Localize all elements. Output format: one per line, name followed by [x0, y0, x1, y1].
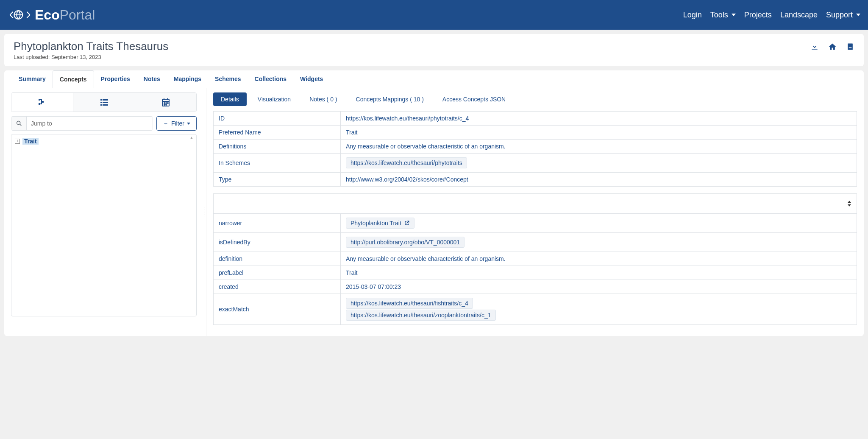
- property-key: exactMatch: [214, 294, 341, 325]
- main-panel: SummaryConceptsPropertiesNotesMappingsSc…: [4, 70, 864, 336]
- nav-link-login[interactable]: Login: [683, 11, 702, 20]
- property-value: Trait: [341, 126, 857, 140]
- property-value: http://www.w3.org/2004/02/skos/core#Conc…: [341, 173, 857, 187]
- value-chip[interactable]: https://kos.lifewatch.eu/thesauri/phytot…: [346, 157, 467, 168]
- tab-properties[interactable]: Properties: [94, 70, 137, 88]
- property-value: Trait: [341, 266, 857, 280]
- search-group: [11, 116, 153, 131]
- property-key: Type: [214, 173, 341, 187]
- svg-point-16: [164, 104, 165, 105]
- svg-rect-2: [849, 48, 852, 48]
- right-pane: DetailsVisualizationNotes ( 0 )Concepts …: [206, 88, 864, 336]
- doc-icon[interactable]: [846, 42, 854, 51]
- nav-link-tools[interactable]: Tools: [710, 11, 736, 20]
- table-row: isDefinedByhttp://purl.obolibrary.org/ob…: [214, 233, 857, 252]
- tab-mappings[interactable]: Mappings: [167, 70, 208, 88]
- table-row: narrowerPhytoplankton Trait: [214, 214, 857, 233]
- tab-concepts[interactable]: Concepts: [53, 70, 94, 88]
- main-tabs: SummaryConceptsPropertiesNotesMappingsSc…: [4, 70, 864, 88]
- nav-link-projects[interactable]: Projects: [744, 11, 772, 20]
- sub-tab-notes-0-[interactable]: Notes ( 0 ): [302, 92, 345, 106]
- left-pane: Filter ▲ + Trait: [4, 88, 203, 336]
- sort-icon[interactable]: [847, 201, 851, 207]
- table-row: Preferred NameTrait: [214, 126, 857, 140]
- detail-sub-tabs: DetailsVisualizationNotes ( 0 )Concepts …: [213, 92, 857, 106]
- svg-rect-10: [103, 102, 108, 103]
- property-key: isDefinedBy: [214, 233, 341, 252]
- search-icon[interactable]: [11, 117, 27, 130]
- svg-rect-7: [100, 102, 102, 103]
- concept-tree: ▲ + Trait: [11, 134, 197, 316]
- svg-rect-8: [100, 104, 102, 106]
- svg-point-15: [167, 103, 168, 103]
- value-chip[interactable]: https://kos.lifewatch.eu/thesauri/fishtr…: [346, 298, 473, 309]
- date-view-tab[interactable]: [135, 93, 196, 112]
- tab-summary[interactable]: Summary: [12, 70, 53, 88]
- tab-collections[interactable]: Collections: [248, 70, 293, 88]
- filter-button[interactable]: Filter: [156, 116, 197, 131]
- page-subtitle: Last uploaded: September 13, 2023: [14, 54, 168, 60]
- value-chip[interactable]: https://kos.lifewatch.eu/thesauri/zoopla…: [346, 310, 496, 321]
- table-row: prefLabelTrait: [214, 266, 857, 280]
- chevron-down-icon: [856, 14, 860, 16]
- table-row: In Schemeshttps://kos.lifewatch.eu/thesa…: [214, 154, 857, 173]
- sub-tab-access-concepts-json[interactable]: Access Concepts JSON: [435, 92, 513, 106]
- value-chip-external[interactable]: Phytoplankton Trait: [346, 218, 415, 229]
- property-key: ID: [214, 112, 341, 126]
- page-header: Phytoplankton Traits Thesaurus Last uplo…: [4, 34, 864, 66]
- property-key: Definitions: [214, 140, 341, 154]
- property-key: created: [214, 280, 341, 294]
- value-text: Trait: [346, 269, 357, 276]
- sub-tab-concepts-mappings-10-[interactable]: Concepts Mappings ( 10 ): [348, 92, 431, 106]
- value-text: Any measurable or observable characteris…: [346, 255, 506, 262]
- svg-rect-5: [42, 101, 44, 103]
- tree-expand-icon[interactable]: +: [15, 139, 20, 144]
- property-key: definition: [214, 252, 341, 266]
- table-row: Typehttp://www.w3.org/2004/02/skos/core#…: [214, 173, 857, 187]
- chevron-down-icon: [732, 14, 736, 16]
- tree-root-label[interactable]: Trait: [22, 138, 39, 145]
- property-value: https://kos.lifewatch.eu/thesauri/phytot…: [341, 112, 857, 126]
- core-properties-table: IDhttps://kos.lifewatch.eu/thesauri/phyt…: [213, 111, 857, 187]
- download-icon[interactable]: [810, 42, 819, 51]
- tree-view-tab[interactable]: [11, 93, 73, 112]
- view-mode-tabs: [11, 92, 197, 112]
- sub-tab-visualization[interactable]: Visualization: [250, 92, 298, 106]
- value-link[interactable]: https://kos.lifewatch.eu/thesauri/phytot…: [346, 115, 469, 122]
- nav-link-support[interactable]: Support: [826, 11, 860, 20]
- tab-widgets[interactable]: Widgets: [293, 70, 330, 88]
- extended-properties-table: narrowerPhytoplankton Trait isDefinedByh…: [213, 193, 857, 325]
- chevron-down-icon: [187, 123, 190, 125]
- property-value: Any measurable or observable characteris…: [341, 140, 857, 154]
- table-row: exactMatchhttps://kos.lifewatch.eu/thesa…: [214, 294, 857, 325]
- svg-rect-3: [39, 99, 40, 101]
- table-row: created2015-03-07 07:00:23: [214, 280, 857, 294]
- jump-to-input[interactable]: [27, 117, 153, 130]
- property-value: https://kos.lifewatch.eu/thesauri/fishtr…: [341, 294, 857, 325]
- page-title: Phytoplankton Traits Thesaurus: [14, 40, 168, 53]
- brand-logo[interactable]: EcoPortal: [8, 7, 95, 23]
- tab-schemes[interactable]: Schemes: [208, 70, 248, 88]
- value-chip[interactable]: http://purl.obolibrary.org/obo/VT_000000…: [346, 237, 465, 248]
- external-link-icon: [404, 220, 410, 226]
- property-value: 2015-03-07 07:00:23: [341, 280, 857, 294]
- globe-icon: [8, 8, 32, 22]
- property-value: https://kos.lifewatch.eu/thesauri/phytot…: [341, 154, 857, 173]
- nav-link-landscape[interactable]: Landscape: [780, 11, 818, 20]
- tab-notes[interactable]: Notes: [137, 70, 167, 88]
- property-value: Phytoplankton Trait: [341, 214, 857, 233]
- list-view-tab[interactable]: [73, 93, 135, 112]
- property-key: prefLabel: [214, 266, 341, 280]
- table-row: IDhttps://kos.lifewatch.eu/thesauri/phyt…: [214, 112, 857, 126]
- scroll-up-icon[interactable]: ▲: [189, 135, 194, 140]
- sub-tab-details[interactable]: Details: [213, 92, 247, 106]
- svg-point-14: [166, 103, 167, 103]
- nav-links: LoginToolsProjectsLandscapeSupport: [683, 11, 860, 20]
- home-icon[interactable]: [828, 42, 837, 51]
- property-value: Any measurable or observable characteris…: [341, 252, 857, 266]
- filter-label: Filter: [171, 120, 184, 127]
- svg-rect-6: [100, 99, 102, 101]
- value-link[interactable]: http://www.w3.org/2004/02/skos/core#Conc…: [346, 176, 468, 183]
- brand-text: EcoPortal: [35, 7, 95, 23]
- svg-rect-4: [39, 103, 40, 105]
